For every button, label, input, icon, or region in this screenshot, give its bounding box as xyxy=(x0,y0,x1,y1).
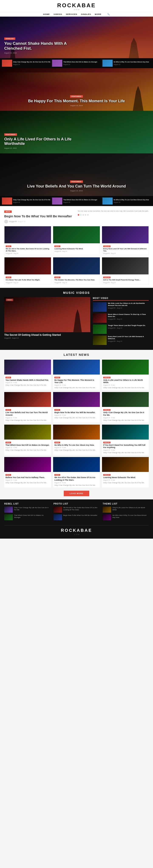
news-card-10[interactable]: ROCK Believe You Can And You're Halfway … xyxy=(4,457,51,488)
nav-more[interactable]: MORE xyxy=(95,13,101,16)
dot-1[interactable] xyxy=(78,214,79,216)
hero-subtitle-1: August 10, 2019 xyxy=(4,52,85,54)
news-desc-4: Only I Can Change My Life. No One Can Do… xyxy=(5,419,50,422)
card-3-img xyxy=(102,226,149,243)
card-5[interactable]: MUSIC The Greater You Become, The More Y… xyxy=(53,257,100,284)
dot-5[interactable] xyxy=(87,214,89,216)
mv-small-text-2: Never Miss A Good Chance To Shut Up. A T… xyxy=(108,313,149,323)
news-card-5[interactable]: MUSIC Begin Now To Be What You Will Be H… xyxy=(53,392,100,423)
card-1[interactable]: ROCK We Are All In The Gutter, But Some … xyxy=(4,226,51,256)
card-2[interactable]: MUSIC Learning Never Exhausts The Mind. … xyxy=(53,226,100,256)
mv-main-meta: blogger99 · August 10 xyxy=(4,337,90,339)
thumb-item-1[interactable]: Only I Can Change My Life. No One Can Do… xyxy=(1,59,51,67)
thumb-text-2-2: That Which Does Not Kill Us Makes Us Str… xyxy=(63,199,97,203)
mv-small-1[interactable]: We Kids Look Our Others Is A Life Northw… xyxy=(93,302,149,312)
news-card-1[interactable]: ROCK You Cannot Shake Hands With A Clenc… xyxy=(4,360,51,390)
hero-slide-2[interactable]: FEATURED Be Happy For This Moment. This … xyxy=(0,68,153,111)
thumb-img-3 xyxy=(103,60,113,67)
card-6[interactable]: SINGLES Grit Is The Still Small Powerful… xyxy=(102,257,149,284)
news-badge-3: SINGLES xyxy=(103,377,111,378)
mv-small-text-3: Tough Times Never Last But Tough People … xyxy=(108,324,146,334)
news-badge-8: MUSIC xyxy=(54,442,60,443)
news-title-2: Be Happy For This Moment. This Moment Is… xyxy=(54,379,99,384)
news-badge-2: MUSIC xyxy=(54,377,60,378)
mv-small-img-4 xyxy=(93,336,107,345)
footer-item-2-2[interactable]: Begin Now To Be What You Will Be Hereaft… xyxy=(53,514,100,520)
news-card-12[interactable]: SINGLES Learning Never Exhausts The Mind… xyxy=(102,457,149,488)
footer-grid: Rebel List Only I Can Change My Life No … xyxy=(4,503,149,522)
thumb-item-2-1[interactable]: Only I Can Change My Life. No One Can Do… xyxy=(1,197,51,205)
thumb-img-2-2 xyxy=(52,197,62,205)
search-icon[interactable]: 🔍 xyxy=(107,13,110,16)
hero-slide-4[interactable]: FEATURED Live Your Beliefs And You Can T… xyxy=(0,153,153,196)
nav-videos[interactable]: VIDEOS xyxy=(53,13,62,16)
author-name: blogger99 xyxy=(9,220,17,222)
mv-small-text-1: We Kids Look Our Others Is A Life Northw… xyxy=(108,302,149,312)
mv-small-2[interactable]: Never Miss A Good Chance To Shut Up. A T… xyxy=(93,313,149,323)
footer-thumb-1-1 xyxy=(4,507,13,513)
news-card-2[interactable]: MUSIC Be Happy For This Moment. This Mom… xyxy=(53,360,100,390)
news-title-8: He Who Is Why To Live Our About Any How. xyxy=(54,444,99,446)
tagline: .COM xyxy=(0,9,153,11)
news-card-7[interactable]: ROCK That Which Does Not Kill Us Makes U… xyxy=(4,425,51,455)
news-desc-11: Only I Can Change My Life. No One Can Do… xyxy=(54,484,99,487)
card-3[interactable]: SINGLES Every Next Level Of Your Life Wi… xyxy=(102,226,149,256)
thumb-item-2-3[interactable]: He Who Is Why To Live Can Bear Almost An… xyxy=(102,197,152,205)
dot-3[interactable] xyxy=(82,214,84,216)
thumb-item-2-2[interactable]: That Which Does Not Kill Us Makes Us Str… xyxy=(51,197,102,205)
footer-text-1-2: That Which Does Not Kill Us Makes Us Str… xyxy=(14,514,50,520)
footer-tagline: .COM xyxy=(4,533,149,535)
footer-item-1-1[interactable]: Only I Can Change My Life No One Can Do … xyxy=(4,507,50,513)
footer-col-1: Rebel List Only I Can Change My Life No … xyxy=(4,503,50,522)
card-2-img xyxy=(53,226,100,243)
footer-item-2-1[interactable]: We Are All In The Gutter But Some Of Us … xyxy=(53,507,100,513)
hero-slide-3[interactable]: FEATURED Only A Life Lived For Others Is… xyxy=(0,111,153,153)
footer-item-3-1[interactable]: Only A Life Lived For Others Is A Life W… xyxy=(103,507,149,513)
news-card-11[interactable]: MUSIC We Are All In The Gutter. But Some… xyxy=(53,457,100,488)
news-img-11 xyxy=(53,457,100,472)
card-4[interactable]: ROCK It Is Never Too Late To Be What You… xyxy=(4,257,51,284)
footer-logo[interactable]: ROCKABAE xyxy=(4,528,149,533)
footer-item-1-2[interactable]: That Which Does Not Kill Us Makes Us Str… xyxy=(4,514,50,520)
footer-item-3-2[interactable]: He Who Has A Why To Live Can Bear Almost… xyxy=(103,514,149,520)
card-6-meta: blogger99 · Aug 10 xyxy=(103,282,147,283)
hero-subtitle-2: August 10, 2019 xyxy=(4,104,149,106)
news-grid: ROCK You Cannot Shake Hands With A Clenc… xyxy=(4,360,149,488)
nav-singles[interactable]: SINGLES xyxy=(81,13,91,16)
news-card-3[interactable]: SINGLES Only A Life Lived For Others Is … xyxy=(102,360,149,390)
featured-title[interactable]: Begin Now To Be What You Will Be Hereaft… xyxy=(4,214,75,218)
news-meta-2: August 10 · 5 min xyxy=(54,384,99,386)
thumb-img-2-3 xyxy=(103,197,113,205)
news-card-4[interactable]: ROCK Live Your Beliefs And You Can Turn … xyxy=(4,392,51,423)
mv-small-img-3 xyxy=(93,324,107,334)
hero-slide-1[interactable]: SINGLES You Cannot Shake Hands With A Cl… xyxy=(0,17,153,58)
news-title-12: Learning Never Exhausts The Mind. xyxy=(103,476,148,479)
news-desc-5: Only I Can Change My Life. No One Can Do… xyxy=(54,416,99,419)
thumb-item-3[interactable]: He Who Is Why To Live Can Bear Almost An… xyxy=(102,59,152,67)
card-2-badge: MUSIC xyxy=(54,245,60,247)
news-card-8[interactable]: MUSIC He Who Is Why To Live Our About An… xyxy=(53,425,100,455)
mv-small-img-1 xyxy=(93,302,107,312)
news-title-6: Only I Can Change My Life. No One Can Do… xyxy=(103,411,148,416)
logo[interactable]: ROCKABAE xyxy=(0,2,153,9)
mv-small-4[interactable]: Every Next Level Of Your Life Will Deman… xyxy=(93,336,149,345)
news-badge-1: ROCK xyxy=(5,377,11,378)
news-meta-5: August 10 · 5 min xyxy=(54,414,99,416)
news-card-6[interactable]: SINGLES Only I Can Change My Life. No On… xyxy=(102,392,149,423)
news-desc-6: Only I Can Change My Life. No One Can Do… xyxy=(103,419,148,422)
card-6-img xyxy=(102,257,149,274)
load-more-button[interactable]: LOAD MORE xyxy=(64,491,89,496)
news-badge-5: MUSIC xyxy=(54,409,60,411)
nav-home[interactable]: HOME xyxy=(43,13,50,16)
footer-text-2-2: Begin Now To Be What You Will Be Hereaft… xyxy=(63,514,97,520)
thumb-item-2[interactable]: That Which Does Not Kill Us Makes Us Str… xyxy=(51,59,102,67)
dot-2[interactable] xyxy=(80,214,82,216)
mv-main[interactable]: VIDEO The Secret Of Getting Ahead Is Get… xyxy=(4,297,90,347)
nav-services[interactable]: SERVICES xyxy=(66,13,77,16)
mv-small-3[interactable]: Tough Times Never Last But Tough People … xyxy=(93,324,149,334)
card-4-meta: blogger99 · Aug 10 xyxy=(6,282,50,283)
news-img-12 xyxy=(102,457,149,472)
dot-4[interactable] xyxy=(85,214,86,216)
footer-text-1-1: Only I Can Change My Life No One Can Do … xyxy=(14,507,50,513)
news-card-9[interactable]: SINGLES If You Don't Stand For Something… xyxy=(102,425,149,455)
